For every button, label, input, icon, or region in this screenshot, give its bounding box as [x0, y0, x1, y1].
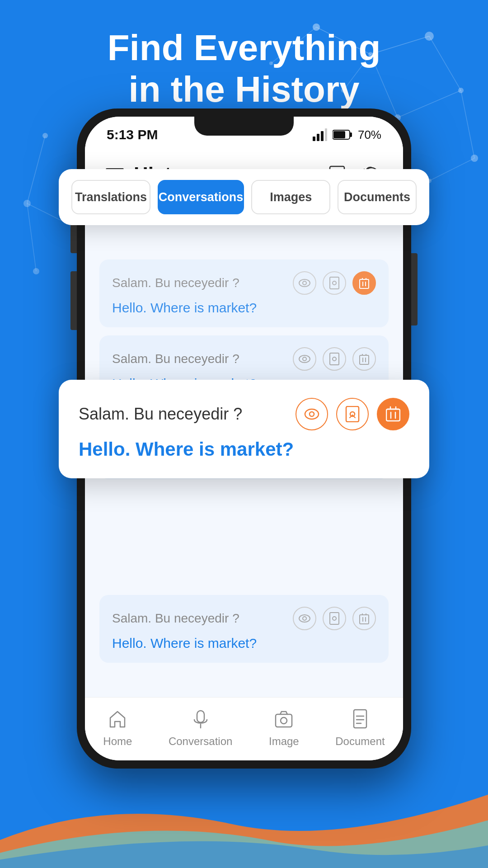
conv-card-3: Salam. Bu neceyedir ?	[99, 595, 389, 663]
battery-icon	[333, 129, 352, 140]
nav-image-label: Image	[269, 735, 299, 748]
nav-home-label: Home	[103, 735, 132, 748]
save-btn-0[interactable]	[323, 271, 346, 295]
status-time: 5:13 PM	[107, 127, 158, 142]
view-btn-1[interactable]	[293, 347, 316, 371]
bottom-nav: Home Conversation	[85, 697, 403, 760]
svg-rect-80	[276, 714, 292, 727]
svg-rect-50	[330, 353, 339, 365]
svg-point-39	[303, 281, 306, 285]
nav-document[interactable]: Document	[335, 706, 385, 748]
highlight-original: Salam. Bu neceyedir ?	[79, 405, 242, 424]
svg-point-81	[281, 717, 287, 724]
svg-point-19	[23, 200, 31, 207]
tab-translations[interactable]: Translations	[71, 180, 150, 214]
title-line2: in the History	[128, 69, 359, 109]
tab-conversations[interactable]: Conversations	[158, 180, 244, 214]
svg-rect-90	[386, 409, 400, 421]
page-title: Find Everything in the History	[0, 27, 488, 110]
tabs-card: Translations Conversations Images Docume…	[59, 169, 429, 225]
highlight-view-btn[interactable]	[296, 398, 328, 430]
signal-icon	[313, 128, 327, 141]
svg-point-41	[333, 281, 336, 285]
delete-btn-3[interactable]	[352, 607, 376, 630]
highlight-save-btn[interactable]	[336, 398, 369, 430]
highlight-translated: Hello. Where is market?	[79, 439, 409, 460]
svg-point-87	[310, 412, 314, 416]
nav-home[interactable]: Home	[103, 706, 132, 748]
svg-rect-30	[350, 132, 352, 137]
svg-point-71	[333, 617, 336, 620]
svg-line-22	[27, 136, 45, 203]
svg-rect-88	[346, 406, 359, 422]
tab-images[interactable]: Images	[251, 180, 330, 214]
tab-documents[interactable]: Documents	[338, 180, 417, 214]
nav-conversation-label: Conversation	[169, 735, 232, 748]
svg-rect-31	[333, 131, 345, 138]
action-icons-1	[293, 347, 376, 371]
status-bar: 5:13 PM	[85, 117, 403, 153]
status-icons: 70%	[313, 128, 381, 142]
svg-line-24	[27, 203, 36, 271]
svg-point-68	[299, 615, 310, 622]
save-btn-3[interactable]	[323, 607, 346, 630]
conv-original-0: Salam. Bu neceyedir ?	[112, 276, 239, 290]
svg-point-49	[303, 357, 306, 361]
svg-rect-78	[197, 711, 204, 722]
battery-percent: 70%	[358, 128, 381, 142]
delete-btn-1[interactable]	[352, 347, 376, 371]
svg-point-89	[350, 412, 355, 416]
svg-rect-26	[317, 134, 319, 141]
svg-point-21	[33, 268, 39, 274]
svg-point-69	[303, 617, 306, 620]
nav-image[interactable]: Image	[269, 706, 299, 748]
svg-rect-82	[354, 710, 366, 728]
conv-original-3: Salam. Bu neceyedir ?	[112, 611, 239, 626]
notch	[194, 117, 294, 136]
home-icon	[105, 706, 130, 731]
nav-conversation[interactable]: Conversation	[169, 706, 232, 748]
action-icons-3	[293, 607, 376, 630]
conv-translated-0: Hello. Where is market?	[112, 300, 376, 316]
svg-rect-72	[360, 615, 369, 624]
svg-rect-42	[360, 279, 369, 288]
svg-rect-25	[313, 137, 315, 141]
document-icon	[347, 706, 373, 731]
svg-line-17	[429, 158, 474, 181]
svg-rect-40	[330, 277, 339, 289]
save-btn-1[interactable]	[323, 347, 346, 371]
conv-card-0: Salam. Bu neceyedir ?	[99, 259, 389, 327]
mic-icon	[188, 706, 213, 731]
svg-rect-28	[325, 128, 327, 141]
svg-rect-27	[321, 131, 324, 141]
svg-point-7	[471, 155, 478, 162]
highlight-delete-btn[interactable]	[377, 398, 409, 430]
phone-button-vol-down	[70, 271, 77, 330]
delete-btn-0[interactable]	[352, 271, 376, 295]
svg-point-48	[299, 355, 310, 363]
action-icons-0	[293, 271, 376, 295]
svg-rect-70	[330, 613, 339, 624]
title-line1: Find Everything	[108, 28, 381, 68]
highlight-card: Salam. Bu neceyedir ?	[59, 380, 429, 478]
highlight-header: Salam. Bu neceyedir ?	[79, 398, 409, 430]
header-section: Find Everything in the History	[0, 27, 488, 110]
svg-point-86	[305, 409, 319, 419]
view-btn-0[interactable]	[293, 271, 316, 295]
view-btn-3[interactable]	[293, 607, 316, 630]
conv-translated-3: Hello. Where is market?	[112, 636, 376, 651]
highlight-action-icons	[296, 398, 409, 430]
svg-rect-52	[360, 355, 369, 364]
svg-point-38	[299, 279, 310, 287]
conv-original-1: Salam. Bu neceyedir ?	[112, 352, 239, 366]
svg-point-18	[42, 133, 48, 138]
phone-button-power	[411, 253, 418, 326]
nav-document-label: Document	[335, 735, 385, 748]
svg-point-51	[333, 357, 336, 361]
camera-icon	[271, 706, 296, 731]
